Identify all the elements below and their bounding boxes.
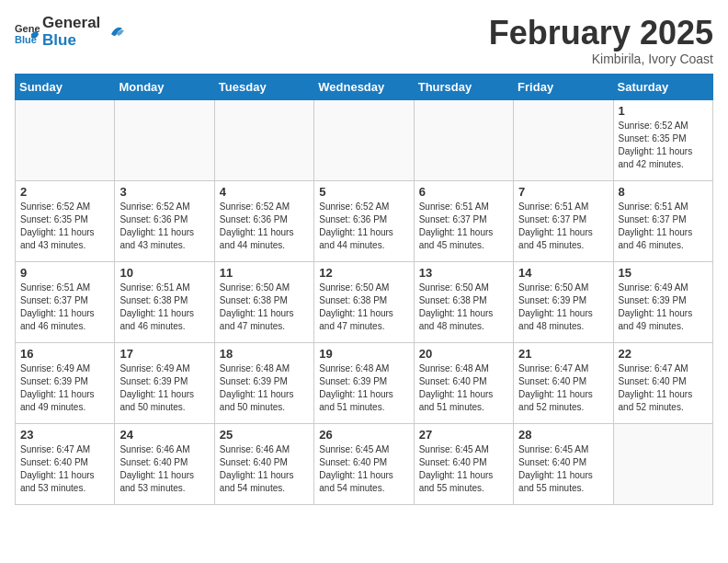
day-info: Sunrise: 6:48 AM Sunset: 6:39 PM Dayligh… bbox=[319, 362, 408, 414]
weekday-header-tuesday: Tuesday bbox=[214, 74, 313, 99]
day-number: 9 bbox=[20, 266, 109, 280]
day-info: Sunrise: 6:45 AM Sunset: 6:40 PM Dayligh… bbox=[419, 443, 508, 495]
weekday-header-wednesday: Wednesday bbox=[314, 74, 414, 99]
day-number: 7 bbox=[518, 185, 608, 199]
calendar-week-row-4: 16Sunrise: 6:49 AM Sunset: 6:39 PM Dayli… bbox=[16, 342, 713, 423]
calendar-cell: 11Sunrise: 6:50 AM Sunset: 6:38 PM Dayli… bbox=[214, 261, 313, 342]
day-number: 20 bbox=[419, 347, 508, 361]
day-number: 1 bbox=[619, 104, 708, 118]
calendar-cell: 15Sunrise: 6:49 AM Sunset: 6:39 PM Dayli… bbox=[613, 261, 712, 342]
calendar-cell bbox=[214, 99, 313, 180]
day-number: 17 bbox=[119, 347, 209, 361]
day-number: 14 bbox=[518, 266, 608, 280]
calendar-cell: 4Sunrise: 6:52 AM Sunset: 6:36 PM Daylig… bbox=[214, 180, 313, 261]
day-info: Sunrise: 6:50 AM Sunset: 6:38 PM Dayligh… bbox=[220, 282, 309, 333]
logo: General Blue General Blue bbox=[15, 15, 124, 49]
day-info: Sunrise: 6:48 AM Sunset: 6:39 PM Dayligh… bbox=[220, 362, 309, 414]
day-info: Sunrise: 6:52 AM Sunset: 6:36 PM Dayligh… bbox=[220, 201, 309, 252]
day-info: Sunrise: 6:51 AM Sunset: 6:37 PM Dayligh… bbox=[619, 201, 708, 252]
day-number: 27 bbox=[419, 428, 508, 442]
calendar-cell: 27Sunrise: 6:45 AM Sunset: 6:40 PM Dayli… bbox=[414, 423, 513, 504]
calendar-cell bbox=[16, 99, 115, 180]
calendar-cell: 19Sunrise: 6:48 AM Sunset: 6:39 PM Dayli… bbox=[314, 342, 414, 423]
day-number: 21 bbox=[518, 347, 608, 361]
calendar-cell: 10Sunrise: 6:51 AM Sunset: 6:38 PM Dayli… bbox=[115, 261, 214, 342]
weekday-header-sunday: Sunday bbox=[16, 74, 115, 99]
day-number: 18 bbox=[220, 347, 309, 361]
weekday-header-row: SundayMondayTuesdayWednesdayThursdayFrid… bbox=[16, 74, 713, 99]
calendar-cell: 2Sunrise: 6:52 AM Sunset: 6:35 PM Daylig… bbox=[16, 180, 115, 261]
day-info: Sunrise: 6:45 AM Sunset: 6:40 PM Dayligh… bbox=[319, 443, 408, 495]
day-info: Sunrise: 6:52 AM Sunset: 6:35 PM Dayligh… bbox=[619, 120, 708, 171]
calendar-cell bbox=[314, 99, 414, 180]
calendar-cell bbox=[613, 423, 712, 504]
calendar-week-row-3: 9Sunrise: 6:51 AM Sunset: 6:37 PM Daylig… bbox=[16, 261, 713, 342]
calendar-cell: 22Sunrise: 6:47 AM Sunset: 6:40 PM Dayli… bbox=[613, 342, 712, 423]
calendar-cell bbox=[414, 99, 513, 180]
calendar-cell: 16Sunrise: 6:49 AM Sunset: 6:39 PM Dayli… bbox=[16, 342, 115, 423]
calendar-cell: 9Sunrise: 6:51 AM Sunset: 6:37 PM Daylig… bbox=[16, 261, 115, 342]
day-info: Sunrise: 6:51 AM Sunset: 6:37 PM Dayligh… bbox=[20, 282, 109, 333]
day-number: 28 bbox=[518, 428, 608, 442]
day-info: Sunrise: 6:52 AM Sunset: 6:36 PM Dayligh… bbox=[319, 201, 408, 252]
calendar-cell: 24Sunrise: 6:46 AM Sunset: 6:40 PM Dayli… bbox=[115, 423, 214, 504]
day-number: 10 bbox=[119, 266, 209, 280]
day-info: Sunrise: 6:52 AM Sunset: 6:36 PM Dayligh… bbox=[119, 201, 209, 252]
day-number: 25 bbox=[220, 428, 309, 442]
day-number: 4 bbox=[220, 185, 309, 199]
svg-text:Blue: Blue bbox=[15, 34, 37, 45]
calendar-table: SundayMondayTuesdayWednesdayThursdayFrid… bbox=[15, 74, 713, 505]
calendar-cell: 20Sunrise: 6:48 AM Sunset: 6:40 PM Dayli… bbox=[414, 342, 513, 423]
calendar-cell: 23Sunrise: 6:47 AM Sunset: 6:40 PM Dayli… bbox=[16, 423, 115, 504]
calendar-week-row-1: 1Sunrise: 6:52 AM Sunset: 6:35 PM Daylig… bbox=[16, 99, 713, 180]
day-info: Sunrise: 6:46 AM Sunset: 6:40 PM Dayligh… bbox=[220, 443, 309, 495]
calendar-cell: 17Sunrise: 6:49 AM Sunset: 6:39 PM Dayli… bbox=[115, 342, 214, 423]
day-info: Sunrise: 6:51 AM Sunset: 6:38 PM Dayligh… bbox=[119, 282, 209, 333]
day-info: Sunrise: 6:50 AM Sunset: 6:39 PM Dayligh… bbox=[518, 282, 608, 333]
calendar-cell: 28Sunrise: 6:45 AM Sunset: 6:40 PM Dayli… bbox=[514, 423, 613, 504]
calendar-cell: 1Sunrise: 6:52 AM Sunset: 6:35 PM Daylig… bbox=[613, 99, 712, 180]
logo-icon: General Blue bbox=[15, 19, 40, 45]
calendar-cell: 21Sunrise: 6:47 AM Sunset: 6:40 PM Dayli… bbox=[514, 342, 613, 423]
weekday-header-thursday: Thursday bbox=[414, 74, 513, 99]
day-info: Sunrise: 6:50 AM Sunset: 6:38 PM Dayligh… bbox=[319, 282, 408, 333]
calendar-cell: 3Sunrise: 6:52 AM Sunset: 6:36 PM Daylig… bbox=[115, 180, 214, 261]
day-info: Sunrise: 6:50 AM Sunset: 6:38 PM Dayligh… bbox=[419, 282, 508, 333]
calendar-cell: 5Sunrise: 6:52 AM Sunset: 6:36 PM Daylig… bbox=[314, 180, 414, 261]
day-number: 24 bbox=[119, 428, 209, 442]
location-subtitle: Kimbirila, Ivory Coast bbox=[489, 52, 713, 66]
title-block: February 2025 Kimbirila, Ivory Coast bbox=[489, 15, 713, 66]
day-number: 13 bbox=[419, 266, 508, 280]
day-number: 22 bbox=[619, 347, 708, 361]
day-info: Sunrise: 6:51 AM Sunset: 6:37 PM Dayligh… bbox=[419, 201, 508, 252]
day-info: Sunrise: 6:46 AM Sunset: 6:40 PM Dayligh… bbox=[119, 443, 209, 495]
day-number: 15 bbox=[619, 266, 708, 280]
day-number: 12 bbox=[319, 266, 408, 280]
day-number: 19 bbox=[319, 347, 408, 361]
weekday-header-friday: Friday bbox=[514, 74, 613, 99]
day-info: Sunrise: 6:48 AM Sunset: 6:40 PM Dayligh… bbox=[419, 362, 508, 414]
weekday-header-saturday: Saturday bbox=[613, 74, 712, 99]
day-info: Sunrise: 6:47 AM Sunset: 6:40 PM Dayligh… bbox=[518, 362, 608, 414]
day-info: Sunrise: 6:47 AM Sunset: 6:40 PM Dayligh… bbox=[20, 443, 109, 495]
calendar-week-row-2: 2Sunrise: 6:52 AM Sunset: 6:35 PM Daylig… bbox=[16, 180, 713, 261]
day-info: Sunrise: 6:49 AM Sunset: 6:39 PM Dayligh… bbox=[119, 362, 209, 414]
calendar-cell: 26Sunrise: 6:45 AM Sunset: 6:40 PM Dayli… bbox=[314, 423, 414, 504]
calendar-cell: 13Sunrise: 6:50 AM Sunset: 6:38 PM Dayli… bbox=[414, 261, 513, 342]
day-info: Sunrise: 6:52 AM Sunset: 6:35 PM Dayligh… bbox=[20, 201, 109, 252]
day-number: 16 bbox=[20, 347, 109, 361]
day-number: 23 bbox=[20, 428, 109, 442]
calendar-cell: 8Sunrise: 6:51 AM Sunset: 6:37 PM Daylig… bbox=[613, 180, 712, 261]
day-number: 3 bbox=[119, 185, 209, 199]
calendar-week-row-5: 23Sunrise: 6:47 AM Sunset: 6:40 PM Dayli… bbox=[16, 423, 713, 504]
logo-general-text: General bbox=[42, 15, 100, 32]
calendar-cell: 25Sunrise: 6:46 AM Sunset: 6:40 PM Dayli… bbox=[214, 423, 313, 504]
day-number: 26 bbox=[319, 428, 408, 442]
day-info: Sunrise: 6:47 AM Sunset: 6:40 PM Dayligh… bbox=[619, 362, 708, 414]
day-info: Sunrise: 6:49 AM Sunset: 6:39 PM Dayligh… bbox=[20, 362, 109, 414]
calendar-cell: 12Sunrise: 6:50 AM Sunset: 6:38 PM Dayli… bbox=[314, 261, 414, 342]
calendar-cell bbox=[115, 99, 214, 180]
logo-bird-icon bbox=[104, 21, 124, 41]
day-info: Sunrise: 6:45 AM Sunset: 6:40 PM Dayligh… bbox=[518, 443, 608, 495]
day-number: 5 bbox=[319, 185, 408, 199]
